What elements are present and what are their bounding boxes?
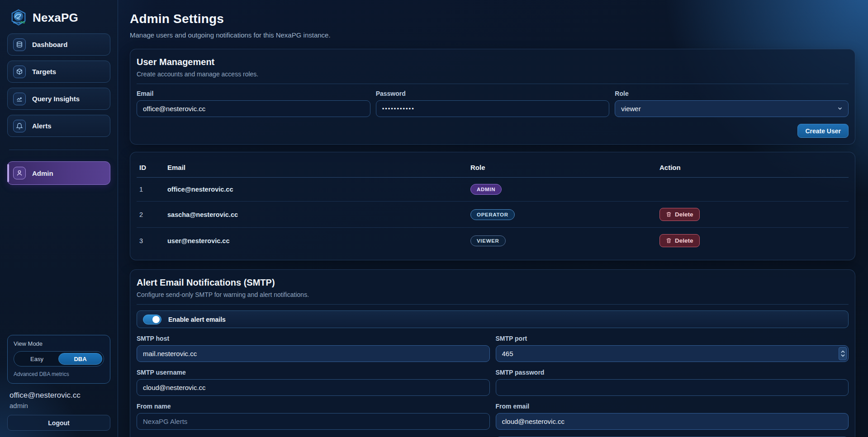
action-cell xyxy=(657,178,849,202)
from-name-group: From name xyxy=(137,403,490,430)
smtp-password-group: SMTP password xyxy=(496,369,849,396)
sidebar-divider xyxy=(9,150,109,150)
role-badge: OPERATOR xyxy=(470,209,515,220)
smtp-password-field[interactable] xyxy=(496,379,849,396)
current-user-role: admin xyxy=(7,401,110,415)
sidebar-item-label: Dashboard xyxy=(32,41,67,48)
smtp-username-field[interactable] xyxy=(137,379,490,396)
sidebar-item-label: Query Insights xyxy=(32,95,80,103)
divider xyxy=(137,84,849,84)
delete-user-button[interactable]: Delete xyxy=(659,234,700,247)
delete-user-button[interactable]: Delete xyxy=(659,208,700,221)
sidebar: NexaPG NexaPG Dashboard Targets xyxy=(0,0,118,437)
bell-icon xyxy=(13,120,26,132)
action-cell: Delete xyxy=(657,228,849,254)
user-icon xyxy=(13,167,26,179)
chevron-down-icon xyxy=(841,354,845,357)
view-mode-easy-button[interactable]: Easy xyxy=(15,353,58,365)
from-email-group: From email xyxy=(496,403,849,430)
column-header-role: Role xyxy=(468,160,657,178)
user-email: user@nesterovic.cc xyxy=(165,228,468,254)
smtp-host-field[interactable] xyxy=(137,345,490,362)
role-select-wrapper: viewer xyxy=(615,100,849,117)
view-mode-label: View Mode xyxy=(14,340,104,347)
current-user-email: office@nesterovic.cc xyxy=(7,390,110,401)
sidebar-item-label: Alerts xyxy=(32,122,52,130)
user-management-title: User Management xyxy=(137,57,849,67)
enable-alert-emails-toggle[interactable] xyxy=(143,315,161,324)
smtp-port-field[interactable] xyxy=(496,345,849,362)
user-email: office@nesterovic.cc xyxy=(165,178,468,202)
smtp-card: Alert Email Notifications (SMTP) Configu… xyxy=(130,269,855,437)
users-table-card: ID Email Role Action 1 office@nesterovic… xyxy=(130,152,855,260)
sidebar-item-alerts[interactable]: Alerts xyxy=(7,115,110,137)
logo-row: NexaPG NexaPG xyxy=(7,6,110,33)
view-mode-toggle: Easy DBA xyxy=(14,351,104,367)
nexapg-logo-icon: NexaPG xyxy=(10,9,27,26)
smtp-port-label: SMTP port xyxy=(496,335,849,342)
create-user-form: Email Password Role viewer xyxy=(137,90,849,117)
smtp-password-label: SMTP password xyxy=(496,369,849,376)
sidebar-spacer xyxy=(7,185,110,335)
user-id: 3 xyxy=(137,228,165,254)
create-user-button-row: Create User xyxy=(137,124,849,138)
smtp-title: Alert Email Notifications (SMTP) xyxy=(137,277,849,288)
smtp-host-label: SMTP host xyxy=(137,335,490,342)
role-badge: ADMIN xyxy=(470,184,502,195)
chevron-up-icon xyxy=(841,350,845,353)
app-root: NexaPG NexaPG Dashboard Targets xyxy=(0,0,868,437)
user-management-card: User Management Create accounts and mana… xyxy=(130,49,855,145)
sidebar-item-query-insights[interactable]: Query Insights xyxy=(7,88,110,110)
users-table: ID Email Role Action 1 office@nesterovic… xyxy=(137,160,849,254)
view-mode-hint: Advanced DBA metrics xyxy=(14,371,104,377)
trash-icon xyxy=(666,211,672,217)
create-user-button[interactable]: Create User xyxy=(797,124,849,138)
chart-icon xyxy=(13,93,26,105)
cube-icon xyxy=(13,66,26,78)
sidebar-item-dashboard[interactable]: Dashboard xyxy=(7,33,110,56)
smtp-username-label: SMTP username xyxy=(137,369,490,376)
user-id: 1 xyxy=(137,178,165,202)
number-spinner[interactable] xyxy=(839,347,847,360)
password-label: Password xyxy=(376,90,610,97)
user-management-subtitle: Create accounts and manage access roles. xyxy=(137,70,849,78)
from-name-label: From name xyxy=(137,403,490,410)
view-mode-card: View Mode Easy DBA Advanced DBA metrics xyxy=(7,335,110,384)
view-mode-dba-button[interactable]: DBA xyxy=(58,353,102,365)
sidebar-item-targets[interactable]: Targets xyxy=(7,61,110,83)
password-field-group: Password xyxy=(376,90,610,117)
from-name-field[interactable] xyxy=(137,413,490,430)
role-select[interactable]: viewer xyxy=(615,100,849,117)
password-field[interactable] xyxy=(376,100,610,117)
divider xyxy=(137,304,849,305)
action-cell: Delete xyxy=(657,202,849,228)
logout-button[interactable]: Logout xyxy=(7,415,110,431)
enable-alert-emails-label: Enable alert emails xyxy=(168,316,226,323)
smtp-subtitle: Configure send-only SMTP for warning and… xyxy=(137,291,849,298)
sidebar-nav: Dashboard Targets Query Insights xyxy=(7,33,110,185)
from-email-label: From email xyxy=(496,403,849,410)
column-header-email: Email xyxy=(165,160,468,178)
smtp-port-wrapper xyxy=(496,345,849,362)
trash-icon xyxy=(666,238,672,244)
email-field[interactable] xyxy=(137,100,370,117)
table-header-row: ID Email Role Action xyxy=(137,160,849,178)
app-title: NexaPG xyxy=(33,11,78,25)
svg-text:NexaPG: NexaPG xyxy=(14,21,25,24)
user-id: 2 xyxy=(137,202,165,228)
main-content: Admin Settings Manage users and outgoing… xyxy=(118,0,868,437)
table-row: 1 office@nesterovic.cc ADMIN xyxy=(137,178,849,202)
from-email-field[interactable] xyxy=(496,413,849,430)
sidebar-item-label: Admin xyxy=(32,169,53,177)
table-row: 2 sascha@nesterovic.cc OPERATOR Delete xyxy=(137,202,849,228)
email-field-group: Email xyxy=(137,90,370,117)
page-subtitle: Manage users and outgoing notifications … xyxy=(130,31,855,39)
sidebar-item-admin[interactable]: Admin xyxy=(7,161,110,185)
role-label: Role xyxy=(615,90,849,97)
smtp-form: SMTP host SMTP port SMTP username xyxy=(137,335,849,437)
enable-alert-emails-row: Enable alert emails xyxy=(137,310,849,328)
smtp-username-group: SMTP username xyxy=(137,369,490,396)
database-icon xyxy=(13,38,26,51)
role-badge: VIEWER xyxy=(470,235,506,246)
user-email: sascha@nesterovic.cc xyxy=(165,202,468,228)
